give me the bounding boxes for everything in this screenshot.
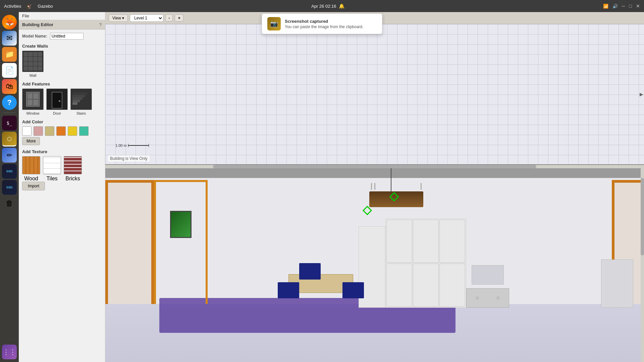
view-button[interactable]: View ▾ bbox=[109, 14, 128, 22]
color-swatch-teal[interactable] bbox=[79, 126, 89, 136]
taskbar-icon-firefox[interactable]: 🦊 bbox=[2, 15, 17, 29]
taskbar-icon-ssd2[interactable]: SSD bbox=[2, 180, 17, 195]
model-name-row: Model Name: bbox=[22, 33, 102, 40]
color-swatch-yellow[interactable] bbox=[68, 126, 77, 136]
top-bar-center: Apr 26 02:16 🔔 bbox=[311, 3, 344, 9]
door-icon-box bbox=[46, 88, 68, 110]
notification-body: You can paste the image from the clipboa… bbox=[285, 24, 363, 29]
chair-1 bbox=[278, 282, 299, 299]
svg-rect-2 bbox=[72, 97, 83, 100]
door-item[interactable]: Door bbox=[46, 88, 68, 115]
stairs-label: Stairs bbox=[76, 111, 86, 115]
vertical-scroll-thumb[interactable] bbox=[641, 178, 644, 255]
door-pattern bbox=[47, 89, 67, 109]
wood-texture-box bbox=[22, 156, 40, 174]
sidebar-help-button[interactable]: ? bbox=[99, 22, 102, 27]
wood-texture-item[interactable]: Wood bbox=[22, 156, 40, 182]
stairs-pattern bbox=[71, 89, 91, 109]
close-button[interactable]: ✕ bbox=[636, 3, 640, 9]
taskbar: 🦊 ✉ 📁 📄 🛍 ? $_ ⬡ ✏ SSD SSD bbox=[0, 12, 19, 362]
wall-item[interactable]: Wall bbox=[22, 51, 44, 77]
taskbar-icon-thunderbird[interactable]: ✉ bbox=[2, 31, 17, 46]
svg-rect-1 bbox=[72, 100, 80, 102]
taskbar-icon-trash[interactable]: 🗑 bbox=[2, 196, 17, 211]
horizontal-scrollbar[interactable] bbox=[105, 165, 644, 168]
walls-grid: Wall bbox=[22, 51, 102, 77]
bricks-texture-pattern bbox=[64, 157, 82, 174]
ruler: 1.00 m bbox=[115, 143, 149, 147]
wifi-icon: 📶 bbox=[603, 4, 608, 9]
taskbar-icon-libreoffice[interactable]: 📄 bbox=[2, 63, 17, 78]
notification-app-icon: 📷 bbox=[267, 17, 281, 31]
tiles-texture-box bbox=[43, 156, 61, 174]
sidebar-header: Building Editor ? bbox=[19, 20, 105, 29]
window-item[interactable]: Window bbox=[22, 88, 44, 115]
top-bar: Activities 🦅 Gazebo Apr 26 02:16 🔔 📶 🔊 ─… bbox=[0, 0, 644, 12]
color-swatch-orange[interactable] bbox=[56, 126, 66, 136]
bricks-texture-item[interactable]: Bricks bbox=[64, 156, 82, 182]
level-minus-button[interactable]: - bbox=[165, 14, 173, 21]
blueprint-canvas[interactable]: 1.00 m Building is View Only ▶ bbox=[105, 24, 644, 165]
file-menu[interactable]: File bbox=[19, 12, 105, 20]
viewport-3d[interactable] bbox=[105, 168, 644, 362]
add-texture-title: Add Texture bbox=[22, 149, 102, 154]
color-swatch-white[interactable] bbox=[22, 126, 32, 136]
tiles-texture-pattern bbox=[43, 157, 61, 174]
horizontal-scroll-thumb[interactable] bbox=[213, 165, 536, 168]
svg-rect-4 bbox=[72, 92, 88, 95]
app-logo: 🦅 bbox=[26, 3, 32, 9]
model-name-input[interactable] bbox=[50, 33, 84, 40]
chair-2 bbox=[342, 282, 364, 299]
app-name: Gazebo bbox=[38, 4, 53, 9]
level-select[interactable]: Level 1 Level 2 bbox=[130, 14, 163, 22]
wall-icon-box bbox=[22, 51, 44, 72]
window-label: Window bbox=[26, 111, 39, 115]
inner-frame-left bbox=[154, 180, 208, 304]
taskbar-icon-files[interactable]: 📁 bbox=[2, 47, 17, 62]
bell-icon: 🔔 bbox=[339, 3, 344, 9]
taskbar-icon-ssd1[interactable]: SSD bbox=[2, 164, 17, 179]
bricks-label: Bricks bbox=[65, 176, 80, 182]
tiles-label: Tiles bbox=[46, 176, 57, 182]
color-swatch-tan[interactable] bbox=[45, 126, 54, 136]
sidebar-panel: File Building Editor ? Model Name: Creat… bbox=[19, 12, 105, 362]
wood-label: Wood bbox=[24, 176, 38, 182]
wall-pattern bbox=[23, 51, 43, 71]
add-features-section: Add Features bbox=[22, 81, 102, 115]
top-bar-left: Activities 🦅 Gazebo bbox=[4, 3, 53, 9]
restore-button[interactable]: □ bbox=[629, 3, 632, 9]
white-cabinets bbox=[385, 219, 466, 308]
color-swatch-pink[interactable] bbox=[34, 126, 43, 136]
stairs-svg bbox=[72, 89, 90, 108]
level-plus-button[interactable]: + bbox=[175, 14, 183, 21]
texture-grid: Wood Tiles Bricks bbox=[22, 156, 102, 182]
sofa-area bbox=[601, 259, 633, 308]
datetime: Apr 26 02:16 bbox=[311, 4, 336, 9]
taskbar-icon-help[interactable]: ? bbox=[2, 95, 17, 110]
sound-icon: 🔊 bbox=[612, 4, 618, 9]
svg-rect-3 bbox=[72, 95, 85, 97]
vertical-scrollbar[interactable] bbox=[641, 168, 644, 362]
activities-button[interactable]: Activities bbox=[4, 4, 21, 9]
window-pattern bbox=[23, 89, 43, 109]
stairs-item[interactable]: Stairs bbox=[70, 88, 92, 115]
taskbar-icon-store[interactable]: 🛍 bbox=[2, 79, 17, 94]
bricks-texture-box bbox=[64, 156, 82, 174]
stove bbox=[466, 288, 509, 308]
import-button[interactable]: Import bbox=[22, 182, 45, 190]
ruler-tick-right bbox=[149, 144, 149, 147]
more-button[interactable]: More bbox=[22, 137, 40, 145]
taskbar-icon-apps[interactable]: ⋮⋮ bbox=[2, 345, 17, 359]
taskbar-icon-terminal[interactable]: $_ bbox=[2, 116, 17, 130]
taskbar-icon-writer[interactable]: ✏ bbox=[2, 148, 17, 163]
right-scroll-arrow[interactable]: ▶ bbox=[640, 92, 643, 97]
screenshot-notification: 📷 Screenshot captured You can paste the … bbox=[262, 13, 382, 34]
create-walls-title: Create Walls bbox=[22, 44, 102, 49]
interior-scene bbox=[105, 168, 644, 362]
minimize-button[interactable]: ─ bbox=[622, 3, 625, 9]
taskbar-icon-gazebo[interactable]: ⬡ bbox=[2, 132, 17, 146]
tiles-texture-item[interactable]: Tiles bbox=[43, 156, 61, 182]
chair-3 bbox=[299, 263, 321, 280]
stairs-icon-box bbox=[70, 88, 92, 110]
door-label: Door bbox=[53, 111, 61, 115]
